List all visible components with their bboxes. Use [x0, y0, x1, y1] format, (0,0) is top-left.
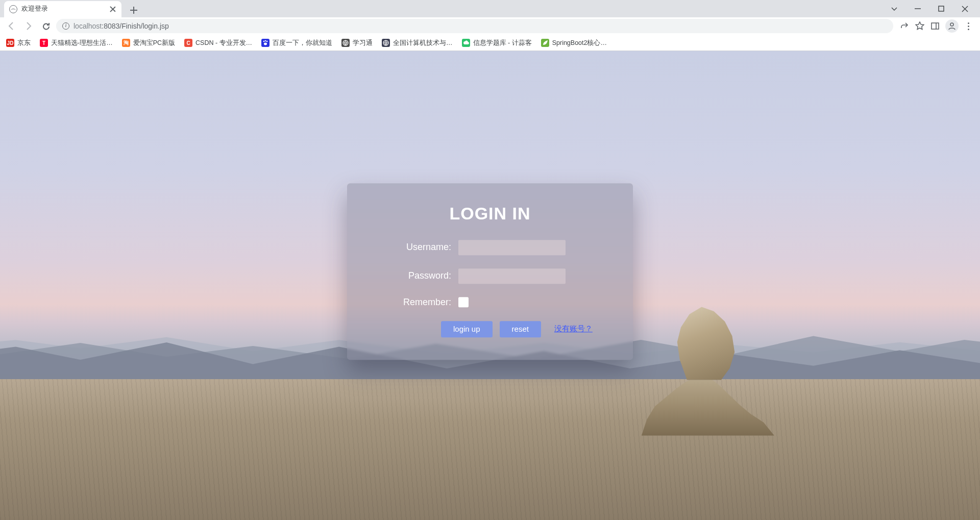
svg-rect-1: [932, 23, 939, 29]
bookmark-item[interactable]: JD京东: [6, 39, 31, 47]
tab-strip: 欢迎登录: [0, 0, 980, 17]
tab-title: 欢迎登录: [21, 5, 105, 13]
bookmark-label: 信息学题库 - 计蒜客: [473, 39, 532, 47]
chrome-menu-icon[interactable]: [964, 22, 973, 30]
bookmark-favicon: [541, 39, 549, 47]
bookmark-favicon: [382, 39, 390, 47]
minimize-button[interactable]: [911, 2, 925, 16]
close-window-button[interactable]: [958, 2, 972, 16]
toolbar: localhost:8083/Finish/login.jsp: [0, 17, 980, 36]
bookmark-item[interactable]: CCSDN - 专业开发…: [184, 39, 252, 47]
no-account-link[interactable]: 没有账号？: [554, 324, 593, 334]
bookmark-item[interactable]: T天猫精选-理想生活…: [40, 39, 113, 47]
background-rock: [642, 303, 774, 436]
password-label: Password:: [375, 270, 451, 281]
url-text: localhost:8083/Finish/login.jsp: [74, 22, 887, 30]
back-button[interactable]: [4, 19, 18, 33]
browser-tab[interactable]: 欢迎登录: [4, 1, 121, 17]
login-button[interactable]: login up: [441, 321, 493, 337]
reset-button[interactable]: reset: [500, 321, 541, 337]
site-info-icon[interactable]: [62, 22, 69, 30]
remember-row: Remember:: [375, 297, 605, 308]
svg-point-6: [264, 43, 267, 45]
window-controls: [887, 0, 977, 17]
bookmark-item[interactable]: 学习通: [341, 39, 373, 47]
svg-point-3: [263, 41, 265, 42]
login-card: LOGIN IN Username: Password: Remember: l…: [347, 183, 633, 360]
svg-rect-0: [939, 6, 944, 11]
background-ground: [0, 379, 980, 520]
address-bar[interactable]: localhost:8083/Finish/login.jsp: [56, 19, 893, 33]
svg-point-4: [265, 40, 266, 42]
bookmarks-bar: JD京东T天猫精选-理想生活…淘爱淘宝PC新版CCSDN - 专业开发…百度一下…: [0, 35, 980, 51]
bookmark-favicon: T: [40, 39, 48, 47]
close-tab-icon[interactable]: [109, 6, 116, 13]
login-actions: login up reset 没有账号？: [375, 321, 605, 337]
bookmark-item[interactable]: 百度一下，你就知道: [261, 39, 332, 47]
bookmark-label: SpringBoot2核心…: [552, 39, 607, 47]
bookmark-favicon: [341, 39, 350, 47]
svg-point-2: [950, 23, 953, 26]
page-viewport: LOGIN IN Username: Password: Remember: l…: [0, 51, 980, 520]
bookmark-label: 全国计算机技术与…: [393, 39, 453, 47]
bookmark-favicon: [462, 39, 470, 47]
bookmark-label: 百度一下，你就知道: [273, 39, 332, 47]
tab-search-button[interactable]: [887, 2, 901, 16]
password-input[interactable]: [458, 268, 566, 284]
svg-point-5: [266, 41, 268, 42]
globe-icon: [9, 5, 17, 13]
bookmark-item[interactable]: 信息学题库 - 计蒜客: [462, 39, 532, 47]
share-icon[interactable]: [899, 21, 910, 31]
bookmark-item[interactable]: 全国计算机技术与…: [382, 39, 453, 47]
username-label: Username:: [375, 242, 451, 253]
browser-chrome: 欢迎登录: [0, 0, 980, 51]
username-row: Username:: [375, 240, 605, 255]
username-input[interactable]: [458, 240, 566, 255]
side-panel-icon[interactable]: [930, 21, 940, 31]
new-tab-button[interactable]: [127, 3, 141, 17]
bookmark-item[interactable]: SpringBoot2核心…: [541, 39, 607, 47]
password-row: Password:: [375, 268, 605, 284]
reload-button[interactable]: [39, 19, 53, 33]
bookmark-favicon: JD: [6, 39, 14, 47]
toolbar-right: [896, 19, 976, 33]
bookmark-label: CSDN - 专业开发…: [195, 39, 252, 47]
maximize-button[interactable]: [934, 2, 948, 16]
bookmark-label: 京东: [17, 39, 31, 47]
bookmark-favicon: C: [184, 39, 192, 47]
bookmark-favicon: 淘: [122, 39, 130, 47]
bookmark-label: 天猫精选-理想生活…: [51, 39, 113, 47]
bookmark-label: 学习通: [353, 39, 373, 47]
remember-label: Remember:: [375, 297, 451, 308]
profile-avatar-icon[interactable]: [945, 19, 959, 33]
bookmark-favicon: [261, 39, 270, 47]
forward-button[interactable]: [21, 19, 36, 33]
plus-icon: [130, 7, 137, 14]
login-title: LOGIN IN: [375, 204, 605, 224]
bookmark-label: 爱淘宝PC新版: [133, 39, 175, 47]
remember-checkbox[interactable]: [458, 297, 469, 307]
bookmark-star-icon[interactable]: [915, 21, 925, 31]
bookmark-item[interactable]: 淘爱淘宝PC新版: [122, 39, 175, 47]
